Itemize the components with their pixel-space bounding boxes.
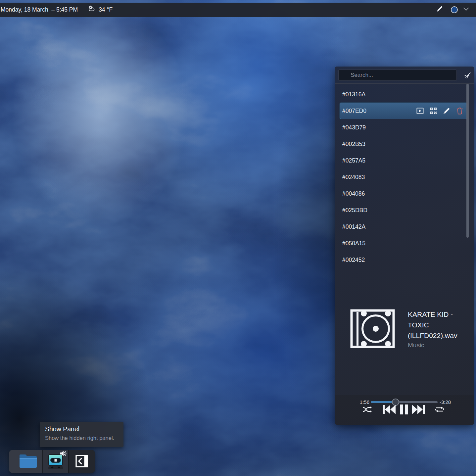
sun-behind-cloud-icon	[88, 5, 96, 15]
invoke-action-icon[interactable]	[416, 107, 424, 115]
desktop: { "colors": { "accent": "#3daee9", "prog…	[0, 0, 476, 476]
show-panel-button[interactable]	[69, 450, 95, 473]
track-title: KARATE KID - TOXIC (ILLFD022).wav	[408, 309, 468, 341]
clipboard-item-text: #01316A	[342, 91, 365, 98]
clipboard-item-text: #025DBD	[342, 207, 367, 214]
delete-trash-icon[interactable]	[456, 107, 464, 115]
clipboard-item-text: #004086	[342, 190, 365, 197]
qr-code-icon[interactable]	[429, 107, 437, 115]
task-manager-panel	[9, 450, 95, 473]
media-controls: 1:56 -3:28	[335, 395, 474, 425]
clipboard-item[interactable]: #043D79	[340, 119, 467, 136]
taskbar-item-media-player[interactable]	[43, 450, 69, 473]
edit-pencil-icon[interactable]	[443, 107, 451, 115]
clipboard-item[interactable]: #002452	[340, 252, 467, 264]
clipboard-item-text: #007ED0	[342, 108, 366, 115]
clipboard-item-text: #043D79	[342, 124, 366, 131]
previous-track-button[interactable]	[383, 404, 396, 415]
clipboard-item[interactable]: #01316A	[340, 86, 467, 103]
tooltip-subtitle: Show the hidden right panel.	[45, 435, 118, 441]
color-circle-icon[interactable]	[451, 6, 458, 13]
clipboard-item-actions	[416, 107, 464, 115]
clipboard-item[interactable]: #0257A5	[340, 152, 467, 169]
clock-date-time[interactable]: Monday, 18 March – 5:45 PM	[0, 6, 78, 13]
clipboard-item[interactable]: #025DBD	[340, 202, 467, 218]
system-tray	[436, 5, 476, 14]
clipboard-item[interactable]: #00142A	[340, 218, 467, 235]
clipboard-item[interactable]: #002B53	[340, 136, 467, 152]
clipboard-item[interactable]: #007ED0	[340, 103, 467, 119]
chevron-down-icon[interactable]	[463, 6, 469, 13]
scrollbar-thumb[interactable]	[466, 84, 469, 238]
clipboard-item-text: #0257A5	[342, 157, 365, 164]
clipboard-item-text: #00142A	[342, 223, 365, 230]
stylus-pen-icon[interactable]	[436, 5, 443, 14]
clipboard-search-row	[335, 67, 474, 84]
media-info: KARATE KID - TOXIC (ILLFD022).wav Music	[350, 309, 468, 350]
album-art-placeholder-icon	[350, 309, 395, 350]
show-panel-icon	[75, 454, 89, 469]
clipboard-list: #01316A #007ED0	[335, 86, 474, 264]
clipboard-item-text: #024083	[342, 174, 365, 181]
taskbar-item-file-manager[interactable]	[9, 450, 43, 473]
clipboard-item-text: #050A15	[342, 240, 365, 247]
tray-separator	[447, 7, 447, 13]
folder-icon	[19, 453, 38, 470]
search-input[interactable]	[338, 70, 457, 81]
next-track-button[interactable]	[412, 404, 425, 415]
clipboard-item-text: #002B53	[342, 141, 365, 148]
clipboard-item[interactable]: #004086	[340, 185, 467, 202]
temperature-label: 34 °F	[99, 6, 113, 13]
weather-widget[interactable]: 34 °F	[88, 5, 113, 15]
tooltip-title: Show Panel	[45, 425, 118, 433]
clipboard-panel: #01316A #007ED0	[335, 67, 474, 425]
audio-playing-icon	[60, 451, 67, 457]
show-panel-tooltip: Show Panel Show the hidden right panel.	[40, 422, 123, 447]
repeat-button[interactable]	[434, 404, 445, 415]
seek-slider[interactable]	[371, 401, 438, 403]
shuffle-button[interactable]	[363, 404, 373, 415]
top-panel: Monday, 18 March – 5:45 PM 34 °F	[0, 3, 476, 17]
clipboard-item[interactable]: #024083	[340, 169, 467, 185]
track-category: Music	[408, 342, 468, 349]
clear-history-broom-icon[interactable]	[463, 71, 472, 79]
pause-button[interactable]	[400, 404, 408, 415]
clipboard-item[interactable]: #050A15	[340, 235, 467, 252]
clipboard-item-text: #002452	[342, 257, 365, 263]
